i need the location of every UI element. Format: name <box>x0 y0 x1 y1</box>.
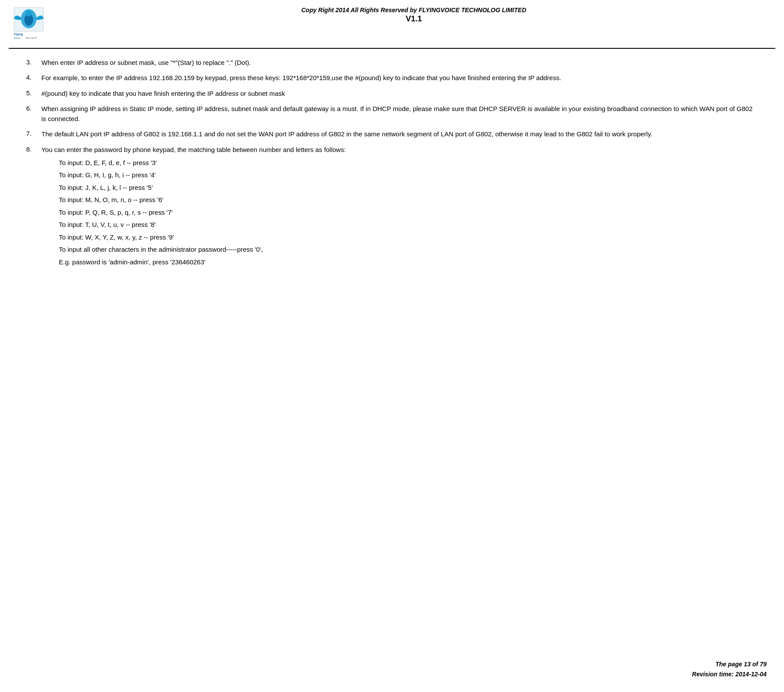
list-content-7: The default LAN port IP address of G802 … <box>41 129 758 139</box>
copyright-text: Copy Right 2014 All Rights Reserved by F… <box>61 7 767 14</box>
sub-item-4: To input: M, N, O, m, n, o -- press '6' <box>59 195 758 205</box>
version-text: V1.1 <box>61 14 767 24</box>
page-info: The page 13 of 79 <box>692 659 767 669</box>
svg-text:Flying: Flying <box>14 33 23 36</box>
svg-text:Voice: Voice <box>14 37 20 39</box>
list-number-3: 3. <box>26 57 41 68</box>
list-number-8: 8. <box>26 145 41 270</box>
list-content-3: When enter IP address or subnet mask, us… <box>41 57 758 68</box>
revision-info: Revision time: 2014-12-04 <box>692 669 767 679</box>
list-number-4: 4. <box>26 73 41 83</box>
list-content-4: For example, to enter the IP address 192… <box>41 73 758 83</box>
svg-text:Voice over IP: Voice over IP <box>25 37 37 39</box>
sub-item-1: To input: D, E, F, d, e, f -- press '3' <box>59 158 758 168</box>
list-item-5: 5. #(pound) key to indicate that you hav… <box>26 88 758 98</box>
list-content-8: You can enter the password by phone keyp… <box>41 145 758 270</box>
list-item-6: 6. When assigning IP address in Static I… <box>26 104 758 124</box>
list-item-4: 4. For example, to enter the IP address … <box>26 73 758 83</box>
company-logo: Flying Voice Voice over IP <box>13 7 57 41</box>
sub-item-2: To input: G, H, I, g, h, i -- press '4' <box>59 170 758 180</box>
list-number-7: 7. <box>26 129 41 139</box>
list-item-8: 8. You can enter the password by phone k… <box>26 145 758 270</box>
svg-point-3 <box>26 10 32 17</box>
header-right: Copy Right 2014 All Rights Reserved by F… <box>61 4 767 24</box>
content-list: 3. When enter IP address or subnet mask,… <box>26 57 758 270</box>
header: Flying Voice Voice over IP Copy Right 20… <box>0 0 784 48</box>
sub-item-3: To input: J, K, L, j, k, l -- press '5' <box>59 183 758 193</box>
page-container: Flying Voice Voice over IP Copy Right 20… <box>0 0 784 692</box>
sub-item-9: E.g. password is 'admin-admin', press '2… <box>59 257 758 267</box>
sub-item-6: To input: T, U, V, t, u, v -- press '8' <box>59 220 758 230</box>
sub-items: To input: D, E, F, d, e, f -- press '3' … <box>41 158 758 267</box>
list-number-5: 5. <box>26 88 41 98</box>
footer: The page 13 of 79 Revision time: 2014-12… <box>692 659 767 679</box>
list-item-3: 3. When enter IP address or subnet mask,… <box>26 57 758 68</box>
list-item-7: 7. The default LAN port IP address of G8… <box>26 129 758 139</box>
sub-item-5: To input: P, Q, R, S, p, q, r, s -- pres… <box>59 208 758 218</box>
list-content-5: #(pound) key to indicate that you have f… <box>41 88 758 98</box>
list-content-6: When assigning IP address in Static IP m… <box>41 104 758 124</box>
sub-item-8: To input all other characters in the adm… <box>59 245 758 255</box>
list-number-6: 6. <box>26 104 41 124</box>
logo-area: Flying Voice Voice over IP <box>9 4 61 44</box>
sub-item-7: To input: W, X, Y, Z, w, x, y, z -- pres… <box>59 233 758 243</box>
main-content: 3. When enter IP address or subnet mask,… <box>0 49 784 284</box>
